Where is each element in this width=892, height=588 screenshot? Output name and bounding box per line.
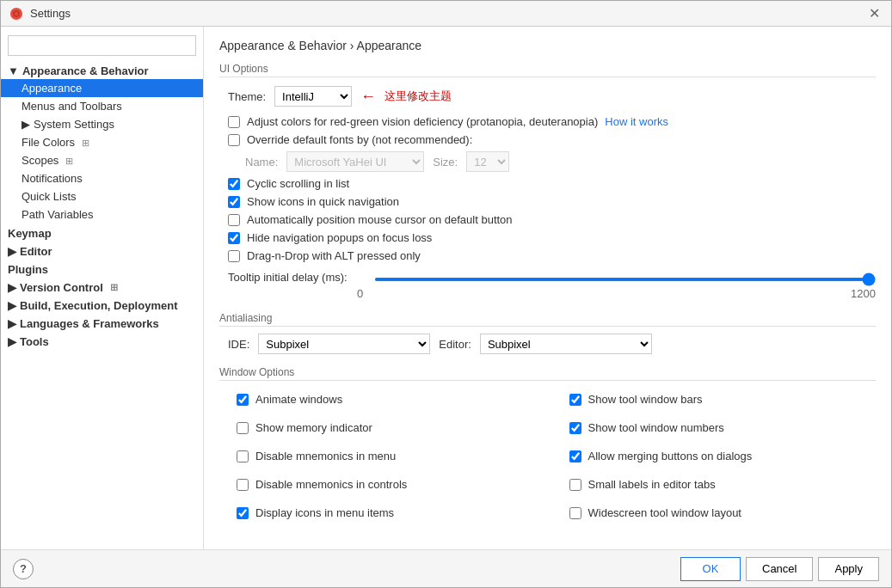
svg-point-2 <box>15 12 18 15</box>
build-arrow-icon: ▶ <box>8 299 16 312</box>
tool-numbers-label[interactable]: Show tool window numbers <box>588 421 724 434</box>
widescreen-label[interactable]: Widescreen tool window layout <box>588 506 741 519</box>
close-button[interactable]: ✕ <box>865 5 883 22</box>
lang-arrow-icon: ▶ <box>8 317 16 330</box>
tools-arrow-icon: ▶ <box>8 335 16 348</box>
settings-dialog: Settings ✕ ▼ Appearance & Behavior Appea… <box>0 0 892 588</box>
font-size-label: Size: <box>433 156 458 168</box>
animate-windows-label[interactable]: Animate windows <box>255 393 342 406</box>
sidebar-item-scopes[interactable]: Scopes ⊞ <box>1 151 203 169</box>
sidebar-item-path-variables[interactable]: Path Variables <box>1 205 203 224</box>
annotation-text: 这里修改主题 <box>384 89 452 104</box>
sidebar-group-plugins[interactable]: Plugins <box>1 260 203 278</box>
font-settings-row: Name: Microsoft YaHei UI Size: 12 <box>245 151 876 172</box>
title-bar-left: Settings <box>9 7 71 21</box>
action-buttons: OK Cancel Apply <box>680 557 879 581</box>
main-content: Appearance & Behavior › Appearance UI Op… <box>204 27 891 549</box>
how-it-works-link[interactable]: How it works <box>605 115 668 128</box>
sidebar-item-appearance[interactable]: Appearance <box>1 79 203 97</box>
override-fonts-checkbox[interactable] <box>228 134 240 146</box>
sidebar-group-editor[interactable]: ▶ Editor <box>1 242 203 260</box>
expand-arrow-icon: ▶ <box>22 118 30 131</box>
cancel-button[interactable]: Cancel <box>746 557 813 581</box>
collapse-arrow-icon: ▼ <box>8 64 19 77</box>
memory-indicator-label[interactable]: Show memory indicator <box>255 421 372 434</box>
checkbox-row-drag-drop: Drag-n-Drop with ALT pressed only <box>228 249 876 262</box>
drag-drop-label[interactable]: Drag-n-Drop with ALT pressed only <box>247 249 421 262</box>
show-icons-label[interactable]: Show icons in quick navigation <box>247 195 399 208</box>
font-name-label: Name: <box>245 156 278 168</box>
tooltip-label: Tooltip initial delay (ms): <box>228 271 366 284</box>
ok-button[interactable]: OK <box>680 557 741 581</box>
display-icons-label[interactable]: Display icons in menu items <box>255 506 394 519</box>
editor-aa-select[interactable]: Subpixel Greyscale None <box>480 334 652 354</box>
sidebar-group-keymap[interactable]: Keymap <box>1 224 203 242</box>
checkbox-row-widescreen: Widescreen tool window layout <box>569 506 877 519</box>
show-tool-bars-label[interactable]: Show tool window bars <box>588 393 703 406</box>
auto-position-checkbox[interactable] <box>228 214 240 226</box>
ide-aa-select[interactable]: Subpixel Greyscale None <box>258 334 430 354</box>
adjust-colors-label[interactable]: Adjust colors for red-green vision defic… <box>247 115 598 128</box>
sidebar-item-file-colors[interactable]: File Colors ⊞ <box>1 133 203 151</box>
sidebar-group-tools[interactable]: ▶ Tools <box>1 332 203 350</box>
cyclic-scroll-checkbox[interactable] <box>228 178 240 190</box>
sidebar-group-label: Appearance & Behavior <box>22 64 149 77</box>
checkbox-row-memory-indicator: Show memory indicator <box>237 421 544 434</box>
editor-arrow-icon: ▶ <box>8 245 16 258</box>
antialiasing-row: IDE: Subpixel Greyscale None Editor: Sub… <box>228 334 876 354</box>
merge-buttons-checkbox[interactable] <box>569 450 581 462</box>
merge-buttons-label[interactable]: Allow merging buttons on dialogs <box>588 450 753 462</box>
bottom-bar: ? OK Cancel Apply <box>1 549 891 587</box>
sidebar-group-version-control[interactable]: ▶ Version Control ⊞ <box>1 278 203 296</box>
mnemonics-controls-label[interactable]: Disable mnemonics in controls <box>255 478 407 491</box>
cyclic-scroll-label[interactable]: Cyclic scrolling in list <box>247 177 349 190</box>
small-labels-checkbox[interactable] <box>569 479 581 491</box>
small-labels-label[interactable]: Small labels in editor tabs <box>588 478 716 491</box>
scopes-icon: ⊞ <box>65 156 73 166</box>
override-fonts-label[interactable]: Override default fonts by (not recommend… <box>247 133 472 146</box>
theme-label: Theme: <box>228 90 266 103</box>
section-window-options: Window Options <box>219 366 876 381</box>
hide-popups-label[interactable]: Hide navigation popups on focus loss <box>247 231 432 244</box>
mnemonics-menu-checkbox[interactable] <box>237 450 249 462</box>
sidebar-item-menus-toolbars[interactable]: Menus and Toolbars <box>1 97 203 115</box>
checkbox-row-show-tool-bars: Show tool window bars <box>569 393 877 406</box>
help-button[interactable]: ? <box>13 559 34 579</box>
sidebar-group-languages[interactable]: ▶ Languages & Frameworks <box>1 314 203 332</box>
mnemonics-menu-label[interactable]: Disable mnemonics in menu <box>255 450 396 462</box>
animate-windows-checkbox[interactable] <box>237 394 249 406</box>
tool-numbers-checkbox[interactable] <box>569 422 581 434</box>
editor-aa-label: Editor: <box>439 338 471 351</box>
widescreen-checkbox[interactable] <box>569 507 581 519</box>
adjust-colors-checkbox[interactable] <box>228 116 240 128</box>
search-input[interactable] <box>8 35 196 56</box>
app-icon <box>9 7 23 21</box>
hide-popups-checkbox[interactable] <box>228 232 240 244</box>
checkbox-row-auto-position: Automatically position mouse cursor on d… <box>228 213 876 226</box>
dialog-title: Settings <box>30 7 71 20</box>
memory-indicator-checkbox[interactable] <box>237 422 249 434</box>
theme-select[interactable]: IntelliJ Darcula High Contrast <box>274 86 352 107</box>
apply-button[interactable]: Apply <box>818 557 879 581</box>
show-tool-bars-checkbox[interactable] <box>569 394 581 406</box>
mnemonics-controls-checkbox[interactable] <box>237 479 249 491</box>
dialog-content: ▼ Appearance & Behavior Appearance Menus… <box>1 27 891 549</box>
font-size-select[interactable]: 12 <box>466 151 509 172</box>
checkbox-row-show-icons: Show icons in quick navigation <box>228 195 876 208</box>
sidebar-item-quick-lists[interactable]: Quick Lists <box>1 187 203 205</box>
sidebar-item-notifications[interactable]: Notifications <box>1 169 203 187</box>
tooltip-slider[interactable] <box>374 278 876 281</box>
sidebar-group-build[interactable]: ▶ Build, Execution, Deployment <box>1 296 203 314</box>
title-bar: Settings ✕ <box>1 1 891 27</box>
tooltip-slider-row: Tooltip initial delay (ms): <box>228 271 876 284</box>
auto-position-label[interactable]: Automatically position mouse cursor on d… <box>247 213 513 226</box>
show-icons-checkbox[interactable] <box>228 196 240 208</box>
sidebar-item-system-settings[interactable]: ▶ System Settings <box>1 115 203 133</box>
display-icons-checkbox[interactable] <box>237 507 249 519</box>
sidebar-group-appearance-behavior[interactable]: ▼ Appearance & Behavior <box>1 61 203 79</box>
window-options-grid: Animate windows Show tool window bars Sh… <box>228 388 876 524</box>
section-ui-options: UI Options <box>219 63 876 77</box>
font-name-select[interactable]: Microsoft YaHei UI <box>286 151 424 172</box>
drag-drop-checkbox[interactable] <box>228 250 240 262</box>
checkbox-row-merge-buttons: Allow merging buttons on dialogs <box>569 450 877 462</box>
